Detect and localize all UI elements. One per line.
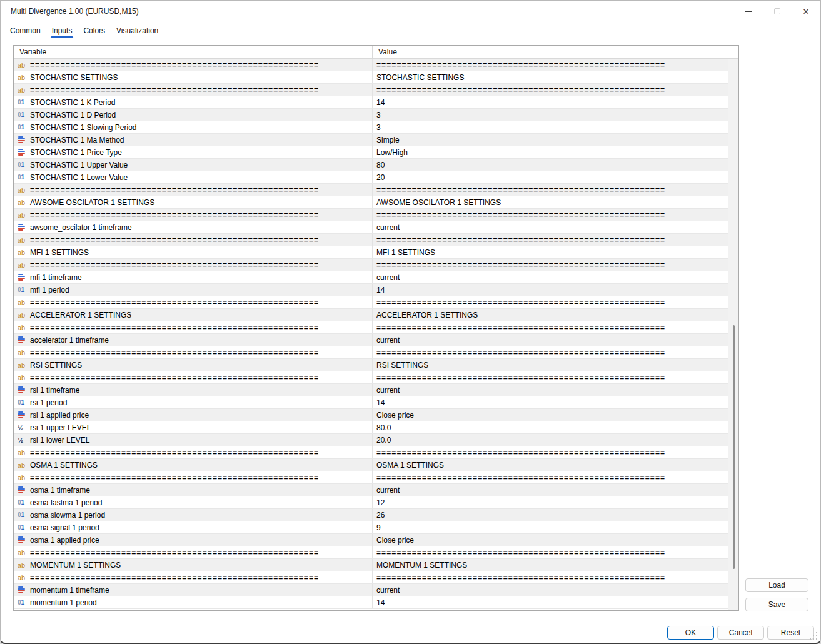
value-cell[interactable]: 14	[373, 284, 728, 296]
minimize-button[interactable]	[734, 1, 763, 22]
table-row[interactable]: ab =====================================…	[14, 59, 728, 71]
title-bar[interactable]: Multi Divergence 1.00 (EURUSD,M15) ✕	[1, 1, 820, 22]
tab-visualization[interactable]: Visualization	[111, 22, 164, 39]
table-row[interactable]: ab AWSOME OSCILATOR 1 SETTINGS AWSOME OS…	[14, 196, 728, 209]
value-cell[interactable]: ========================================…	[373, 571, 728, 583]
value-cell[interactable]: 26	[373, 509, 728, 521]
table-row[interactable]: osma 1 timeframe current	[14, 484, 728, 496]
vertical-scrollbar[interactable]	[728, 59, 738, 610]
table-row[interactable]: ab =====================================…	[14, 571, 728, 584]
value-cell[interactable]: ========================================…	[373, 321, 728, 333]
table-row[interactable]: awsome_oscilator 1 timeframe current	[14, 221, 728, 234]
table-row[interactable]: ab RSI SETTINGS RSI SETTINGS	[14, 359, 728, 371]
table-row[interactable]: ½ rsi 1 lower LEVEL 20.0	[14, 434, 728, 446]
table-row[interactable]: rsi 1 applied price Close price	[14, 409, 728, 421]
table-row[interactable]: ab =====================================…	[14, 84, 728, 96]
value-cell[interactable]: Simple	[373, 134, 728, 146]
value-cell[interactable]: ========================================…	[373, 371, 728, 383]
value-cell[interactable]: Close price	[373, 409, 728, 421]
value-cell[interactable]: current	[373, 584, 728, 596]
scrollbar-thumb[interactable]	[733, 325, 735, 569]
column-header-value[interactable]: Value	[373, 46, 738, 58]
table-row[interactable]: 01 STOCHASTIC 1 Slowing Period 3	[14, 121, 728, 134]
value-cell[interactable]: 14	[373, 596, 728, 608]
value-cell[interactable]: 80.0	[373, 421, 728, 433]
maximize-button[interactable]	[763, 1, 792, 22]
value-cell[interactable]: STOCHASTIC SETTINGS	[373, 71, 728, 83]
table-row[interactable]: ab =====================================…	[14, 209, 728, 221]
table-row[interactable]: 01 mfi 1 period 14	[14, 284, 728, 296]
value-cell[interactable]: ACCELERATOR 1 SETTINGS	[373, 309, 728, 321]
value-cell[interactable]: ========================================…	[373, 346, 728, 358]
value-cell[interactable]: ========================================…	[373, 446, 728, 458]
table-row[interactable]: momentum 1 timeframe current	[14, 584, 728, 596]
table-row[interactable]: ab =====================================…	[14, 546, 728, 559]
value-cell[interactable]: current	[373, 384, 728, 396]
value-cell[interactable]: current	[373, 334, 728, 346]
value-cell[interactable]: Low/High	[373, 146, 728, 158]
value-cell[interactable]: MFI 1 SETTINGS	[373, 246, 728, 258]
value-cell[interactable]: ========================================…	[373, 546, 728, 558]
value-cell[interactable]: 3	[373, 121, 728, 133]
value-cell[interactable]: current	[373, 221, 728, 233]
save-button[interactable]: Save	[745, 598, 808, 611]
column-header-variable[interactable]: Variable	[14, 46, 373, 58]
table-row[interactable]: ab STOCHASTIC SETTINGS STOCHASTIC SETTIN…	[14, 71, 728, 84]
table-row[interactable]: ab =====================================…	[14, 296, 728, 309]
table-row[interactable]: accelerator 1 timeframe current	[14, 334, 728, 346]
value-cell[interactable]: Close price	[373, 534, 728, 546]
close-button[interactable]: ✕	[792, 1, 820, 22]
value-cell[interactable]: ========================================…	[373, 234, 728, 246]
table-row[interactable]: 01 STOCHASTIC 1 D Period 3	[14, 109, 728, 121]
table-row[interactable]: mfi 1 timeframe current	[14, 271, 728, 284]
table-row[interactable]: 01 osma signal 1 period 9	[14, 521, 728, 534]
value-cell[interactable]: ========================================…	[373, 59, 728, 71]
table-row[interactable]: rsi 1 timeframe current	[14, 384, 728, 396]
value-cell[interactable]: MOMENTUM 1 SETTINGS	[373, 559, 728, 571]
table-row[interactable]: 01 rsi 1 period 14	[14, 396, 728, 409]
table-row[interactable]: 01 osma fastma 1 period 12	[14, 496, 728, 509]
value-cell[interactable]: 9	[373, 521, 728, 533]
table-row[interactable]: 01 STOCHASTIC 1 Lower Value 20	[14, 171, 728, 184]
table-row[interactable]: STOCHASTIC 1 Ma Method Simple	[14, 134, 728, 146]
value-cell[interactable]: 14	[373, 396, 728, 408]
value-cell[interactable]: ========================================…	[373, 259, 728, 271]
value-cell[interactable]: 20	[373, 171, 728, 183]
table-row[interactable]: ab MOMENTUM 1 SETTINGS MOMENTUM 1 SETTIN…	[14, 559, 728, 571]
table-row[interactable]: ab MFI 1 SETTINGS MFI 1 SETTINGS	[14, 246, 728, 259]
value-cell[interactable]: ========================================…	[373, 84, 728, 96]
value-cell[interactable]: current	[373, 271, 728, 283]
table-row[interactable]: ab =====================================…	[14, 184, 728, 196]
value-cell[interactable]: RSI SETTINGS	[373, 359, 728, 371]
table-row[interactable]: ½ rsi 1 upper LEVEL 80.0	[14, 421, 728, 434]
value-cell[interactable]: 20.0	[373, 434, 728, 446]
value-cell[interactable]: 14	[373, 96, 728, 108]
tab-colors[interactable]: Colors	[78, 22, 111, 39]
table-row[interactable]: ab =====================================…	[14, 346, 728, 359]
table-row[interactable]: ab OSMA 1 SETTINGS OSMA 1 SETTINGS	[14, 459, 728, 471]
table-row[interactable]: ab ACCELERATOR 1 SETTINGS ACCELERATOR 1 …	[14, 309, 728, 321]
table-row[interactable]: osma 1 applied price Close price	[14, 534, 728, 546]
value-cell[interactable]: AWSOME OSCILATOR 1 SETTINGS	[373, 196, 728, 208]
cancel-button[interactable]: Cancel	[717, 626, 764, 640]
ok-button[interactable]: OK	[667, 626, 714, 640]
tab-inputs[interactable]: Inputs	[46, 22, 78, 39]
table-row[interactable]: ab =====================================…	[14, 446, 728, 459]
value-cell[interactable]: ========================================…	[373, 184, 728, 196]
table-row[interactable]: ab =====================================…	[14, 371, 728, 384]
value-cell[interactable]: ========================================…	[373, 471, 728, 483]
table-row[interactable]: 01 STOCHASTIC 1 Upper Value 80	[14, 159, 728, 171]
table-row[interactable]: ab =====================================…	[14, 471, 728, 484]
table-row[interactable]: 01 osma slowma 1 period 26	[14, 509, 728, 521]
resize-grip[interactable]	[810, 632, 817, 640]
value-cell[interactable]: 12	[373, 496, 728, 508]
table-row[interactable]: ab =====================================…	[14, 259, 728, 271]
value-cell[interactable]: 3	[373, 109, 728, 121]
table-row[interactable]: STOCHASTIC 1 Price Type Low/High	[14, 146, 728, 159]
load-button[interactable]: Load	[745, 578, 808, 592]
value-cell[interactable]: ========================================…	[373, 209, 728, 221]
table-row[interactable]: 01 momentum 1 period 14	[14, 596, 728, 609]
value-cell[interactable]: 80	[373, 159, 728, 171]
value-cell[interactable]: current	[373, 484, 728, 496]
table-row[interactable]: ab =====================================…	[14, 321, 728, 334]
